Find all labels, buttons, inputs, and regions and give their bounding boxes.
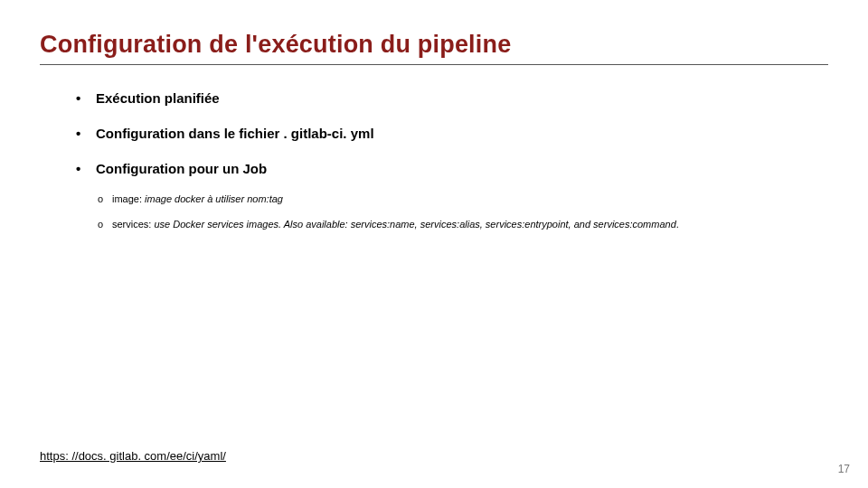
bullet-item: Configuration dans le fichier . gitlab-c… — [76, 126, 828, 141]
slide-title: Configuration de l'exécution du pipeline — [40, 31, 828, 65]
filename-text: . gitlab-ci. yml — [284, 126, 374, 141]
sub-bullet-list: image: image docker à utiliser nom:tag s… — [98, 192, 828, 231]
sub-bullet-item: services: use Docker services images. Al… — [98, 218, 828, 230]
bullet-list: Exécution planifiée Configuration dans l… — [76, 90, 828, 176]
sub-bullet-item: image: image docker à utiliser nom:tag — [98, 192, 828, 205]
bullet-text: Configuration dans le fichier — [96, 126, 279, 141]
bullet-item: Exécution planifiée — [76, 90, 828, 106]
slide: Configuration de l'exécution du pipeline… — [0, 0, 868, 488]
sub-rest: use Docker services images. Also availab… — [154, 219, 675, 230]
docs-link[interactable]: https: //docs. gitlab. com/ee/ci/yaml/ — [40, 449, 226, 463]
sub-lead: image: — [112, 193, 145, 204]
page-number: 17 — [838, 463, 850, 475]
sub-rest: image docker à utiliser nom:tag — [145, 193, 283, 204]
bullet-item: Configuration pour un Job — [76, 161, 828, 176]
sub-suffix: . — [676, 219, 679, 230]
sub-lead: services: — [112, 219, 154, 230]
